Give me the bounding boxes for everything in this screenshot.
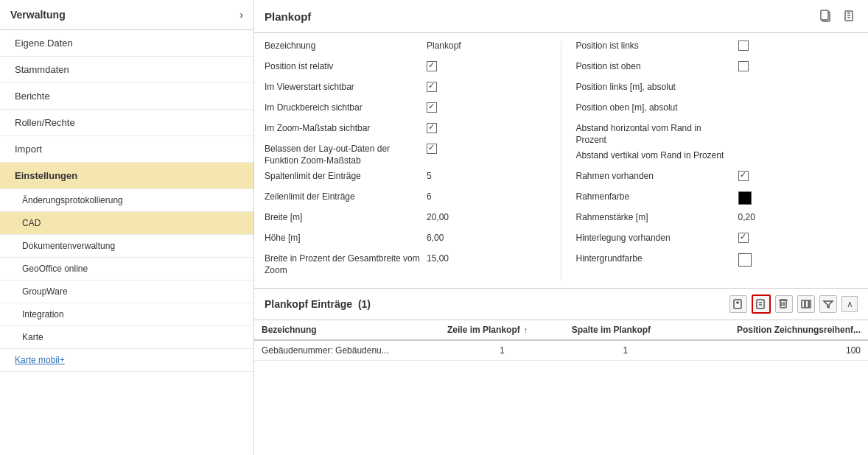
field-rahmenstaerke: Rahmenstärke [m] 0,20 xyxy=(576,212,858,228)
plankopf-icon2[interactable] xyxy=(840,7,858,25)
sidebar-subitem-aenderungsprotokollierung[interactable]: Änderungsprotokollierung xyxy=(0,189,253,212)
sidebar-subitem-integration[interactable]: Integration xyxy=(0,303,253,326)
sidebar-item-stammdaten[interactable]: Stammdaten xyxy=(0,57,253,83)
sidebar-subitem-cad[interactable]: CAD xyxy=(0,212,253,235)
field-druckbereich: Im Druckbereich sichtbar xyxy=(265,102,546,119)
checkbox-viewerstart[interactable] xyxy=(427,82,437,92)
svg-rect-9 xyxy=(757,300,764,308)
plankopf-icon1[interactable] xyxy=(816,7,834,25)
field-zeilenlimit: Zeilenlimit der Einträge 6 xyxy=(265,191,546,208)
cell-position: 100 xyxy=(687,340,868,361)
entries-add-btn[interactable] xyxy=(729,295,747,313)
checkbox-position-relativ[interactable] xyxy=(427,61,437,71)
field-spaltenlimit: Spaltenlimit der Einträge 5 xyxy=(265,171,546,187)
field-layout-daten: Belassen der Lay-out-Daten der Funktion … xyxy=(265,144,546,166)
entries-columns-btn[interactable] xyxy=(797,295,815,313)
plankopf-title: Plankopf xyxy=(265,10,811,23)
cell-bezeichnung: Gebäudenummer: Gebäudenu... xyxy=(254,340,440,361)
sidebar-item-eigene-daten[interactable]: Eigene Daten xyxy=(0,30,253,57)
sidebar-subitem-groupware[interactable]: GroupWare xyxy=(0,281,253,303)
svg-rect-1 xyxy=(821,10,828,20)
field-zoom-massstab: Im Zoom-Maßstab sichtbar xyxy=(265,123,546,139)
color-rahmenfarbe[interactable] xyxy=(738,191,752,205)
entries-delete-btn[interactable] xyxy=(775,295,793,313)
sidebar-item-import[interactable]: Import xyxy=(0,136,253,163)
color-hintergrundfarbe[interactable] xyxy=(738,253,752,267)
sidebar-link-karte-mobil[interactable]: Karte mobil+ xyxy=(0,349,253,372)
checkbox-rahmen-vorhanden[interactable] xyxy=(738,171,749,181)
field-hintergrundfarbe: Hintergrundfarbe xyxy=(576,253,858,269)
sidebar-expand-icon[interactable]: › xyxy=(239,9,243,21)
sort-zeile-icon: ↑ xyxy=(524,326,528,334)
sidebar-item-berichte[interactable]: Berichte xyxy=(0,83,253,110)
field-hinterlegung: Hinterlegung vorhanden xyxy=(576,233,858,249)
field-rahmen-vorhanden: Rahmen vorhanden xyxy=(576,171,858,187)
svg-rect-16 xyxy=(802,300,805,308)
plankopf-form: Bezeichnung Plankopf Position ist relati… xyxy=(254,33,868,289)
sidebar-subitem-dokumentenverwaltung[interactable]: Dokumentenverwaltung xyxy=(0,235,253,258)
entries-table: Bezeichnung Zeile im Plankopf ↑ Spalte i… xyxy=(254,320,868,361)
sidebar-header: Verwaltung › xyxy=(0,0,253,30)
sidebar-item-rollen-rechte[interactable]: Rollen/Rechte xyxy=(0,110,253,136)
field-position-links-m: Position links [m], absolut xyxy=(576,82,858,98)
checkbox-druckbereich[interactable] xyxy=(427,102,437,113)
field-viewerstart: Im Viewerstart sichtbar xyxy=(265,82,546,98)
sidebar-subitem-geooffice-online[interactable]: GeoOffice online xyxy=(0,258,253,281)
col-bezeichnung: Bezeichnung xyxy=(254,320,440,340)
checkbox-hinterlegung[interactable] xyxy=(738,233,749,243)
sidebar: Verwaltung › Eigene Daten Stammdaten Ber… xyxy=(0,0,254,455)
cell-spalte: 1 xyxy=(564,340,687,361)
form-left: Bezeichnung Plankopf Position ist relati… xyxy=(265,40,561,281)
checkbox-zoom-massstab[interactable] xyxy=(427,123,437,133)
col-zeile[interactable]: Zeile im Plankopf ↑ xyxy=(440,320,564,340)
svg-rect-17 xyxy=(805,300,808,308)
field-breite: Breite [m] 20,00 xyxy=(265,212,546,228)
field-abstand-vertikal: Abstand vertikal vom Rand in Prozent xyxy=(576,150,858,166)
entries-edit-btn[interactable] xyxy=(752,294,771,314)
sidebar-item-einstellungen[interactable]: Einstellungen xyxy=(0,163,253,189)
sidebar-title: Verwaltung xyxy=(10,9,66,21)
main-content: Plankopf Bez xyxy=(254,0,868,455)
entries-title: Plankopf Einträge (1) xyxy=(265,298,725,310)
entries-header: Plankopf Einträge (1) xyxy=(254,289,868,320)
field-position-links: Position ist links xyxy=(576,40,858,57)
field-breite-prozent: Breite in Prozent der Gesamtbreite vom Z… xyxy=(265,253,546,276)
plankopf-section-header: Plankopf xyxy=(254,0,868,33)
field-position-relativ: Position ist relativ xyxy=(265,61,546,77)
entries-filter-btn[interactable] xyxy=(819,295,837,313)
field-bezeichnung: Bezeichnung Plankopf xyxy=(265,40,546,57)
table-row[interactable]: Gebäudenummer: Gebäudenu... 1 1 100 xyxy=(254,340,868,361)
field-position-oben: Position ist oben xyxy=(576,61,858,77)
field-position-oben-m: Position oben [m], absolut xyxy=(576,102,858,119)
svg-rect-18 xyxy=(809,300,811,308)
checkbox-layout-daten[interactable] xyxy=(427,144,437,154)
form-right: Position ist links Position ist oben Pos… xyxy=(561,40,858,281)
field-rahmenfarbe: Rahmenfarbe xyxy=(576,191,858,208)
checkbox-position-links[interactable] xyxy=(738,40,749,51)
field-hoehe: Höhe [m] 6,00 xyxy=(265,233,546,249)
col-spalte: Spalte im Plankopf xyxy=(564,320,687,340)
checkbox-position-oben[interactable] xyxy=(738,61,749,71)
entries-section: Plankopf Einträge (1) xyxy=(254,289,868,455)
sidebar-subitem-karte[interactable]: Karte xyxy=(0,326,253,349)
field-abstand-horizontal: Abstand horizontal vom Rand in Prozent xyxy=(576,123,858,146)
col-position: Position Zeichnungsreihenf... xyxy=(687,320,868,340)
entries-collapse-btn[interactable]: ∧ xyxy=(841,296,858,312)
cell-zeile: 1 xyxy=(440,340,564,361)
